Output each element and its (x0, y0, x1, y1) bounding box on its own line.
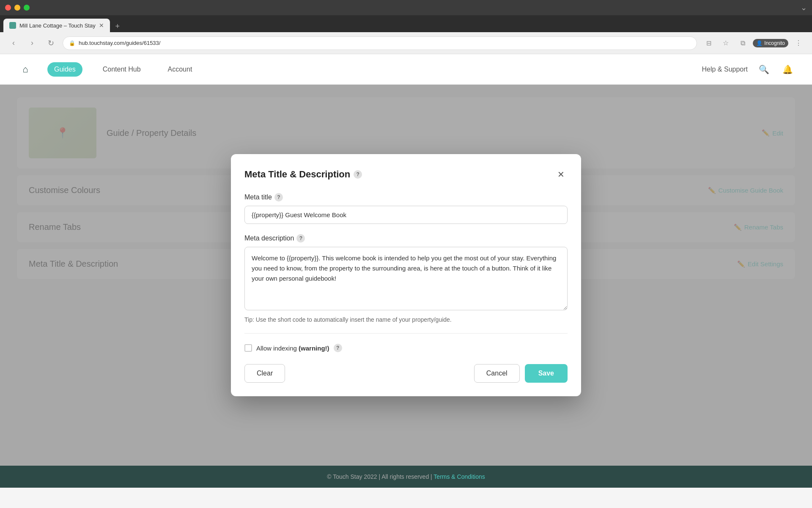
tab-close-icon[interactable]: ✕ (99, 22, 104, 29)
traffic-yellow[interactable] (14, 5, 20, 11)
search-icon[interactable]: 🔍 (756, 62, 771, 77)
allow-indexing-label[interactable]: Allow indexing (warning!) (256, 345, 329, 352)
browser-titlebar: ⌄ (0, 0, 812, 15)
incognito-icon: 👤 (756, 40, 763, 46)
browser-expand-icon[interactable]: ⌄ (801, 3, 807, 12)
back-button[interactable]: ‹ (7, 36, 20, 50)
nav-content-hub[interactable]: Content Hub (96, 62, 148, 77)
modal-footer-right: Cancel Save (474, 364, 568, 383)
forward-button[interactable]: › (25, 36, 39, 50)
cancel-button[interactable]: Cancel (474, 364, 520, 383)
nav-content-hub-label: Content Hub (103, 66, 141, 73)
meta-title-label-text: Meta title (244, 193, 272, 201)
allow-indexing-label-text: Allow indexing (256, 345, 297, 352)
extension-icon[interactable]: ⧉ (736, 36, 749, 50)
modal-title-help-icon[interactable]: ? (354, 170, 362, 179)
meta-description-textarea[interactable]: Welcome to {{property}}. This welcome bo… (244, 247, 568, 310)
home-icon[interactable]: ⌂ (17, 61, 34, 78)
allow-indexing-help-icon[interactable]: ? (334, 344, 342, 352)
lock-icon: 🔒 (69, 40, 75, 46)
bell-icon[interactable]: 🔔 (780, 62, 795, 77)
meta-description-field-group: Meta description ? Welcome to {{property… (244, 234, 568, 323)
tab-bar: Mill Lane Cottage – Touch Stay ✕ + (0, 15, 812, 32)
meta-title-modal: Meta Title & Description ? ✕ Meta title … (231, 154, 581, 396)
footer-copyright: © Touch Stay 2022 | All rights reserved … (327, 473, 432, 480)
modal-footer: Clear Cancel Save (244, 364, 568, 383)
meta-title-field-group: Meta title ? (244, 193, 568, 224)
site-footer: © Touch Stay 2022 | All rights reserved … (0, 466, 812, 488)
incognito-badge[interactable]: 👤 Incognito (753, 39, 788, 47)
meta-title-help-icon[interactable]: ? (274, 193, 283, 202)
address-bar: ‹ › ↻ 🔒 hub.touchstay.com/guides/61533/ … (0, 32, 812, 54)
browser-actions: ⊟ ☆ ⧉ 👤 Incognito ⋮ (702, 36, 805, 50)
nav-guides-label: Guides (54, 66, 76, 73)
nav-account[interactable]: Account (161, 62, 199, 77)
modal-divider (244, 333, 568, 334)
meta-description-help-icon[interactable]: ? (296, 234, 305, 243)
tip-text: Tip: Use the short code to automatically… (244, 316, 568, 323)
traffic-green[interactable] (24, 5, 30, 11)
bookmark-star-icon[interactable]: ☆ (719, 36, 732, 50)
browser-tab-active[interactable]: Mill Lane Cottage – Touch Stay ✕ (3, 19, 110, 32)
reload-button[interactable]: ↻ (44, 36, 58, 50)
modal-title: Meta Title & Description ? (244, 169, 362, 180)
cast-icon[interactable]: ⊟ (702, 36, 716, 50)
incognito-label: Incognito (764, 40, 785, 46)
tab-title: Mill Lane Cottage – Touch Stay (19, 22, 96, 29)
nav-guides[interactable]: Guides (47, 62, 82, 77)
url-bar[interactable]: 🔒 hub.touchstay.com/guides/61533/ (63, 36, 697, 50)
modal-title-text: Meta Title & Description (244, 169, 350, 180)
header-right: Help & Support 🔍 🔔 (702, 62, 795, 77)
app-header: ⌂ Guides Content Hub Account Help & Supp… (0, 54, 812, 85)
nav-account-label: Account (168, 66, 192, 73)
modal-close-button[interactable]: ✕ (554, 168, 568, 181)
clear-button[interactable]: Clear (244, 364, 285, 383)
save-button[interactable]: Save (525, 364, 568, 383)
meta-title-label: Meta title ? (244, 193, 568, 202)
tab-favicon (9, 22, 16, 29)
traffic-red[interactable] (5, 5, 11, 11)
modal-overlay: Meta Title & Description ? ✕ Meta title … (0, 85, 812, 466)
allow-indexing-checkbox[interactable] (244, 344, 252, 352)
modal-header: Meta Title & Description ? ✕ (244, 168, 568, 181)
allow-indexing-warning-text: (warning!) (299, 345, 329, 352)
meta-title-input[interactable] (244, 206, 568, 224)
meta-description-label: Meta description ? (244, 234, 568, 243)
new-tab-button[interactable]: + (112, 20, 123, 32)
url-text: hub.touchstay.com/guides/61533/ (79, 40, 160, 46)
terms-conditions-link[interactable]: Terms & Conditions (433, 473, 485, 480)
help-support-link[interactable]: Help & Support (702, 66, 748, 73)
page-background: 📍 Guide / Property Details ✏️ Edit Custo… (0, 85, 812, 466)
menu-icon[interactable]: ⋮ (792, 36, 805, 50)
meta-description-label-text: Meta description (244, 235, 294, 242)
allow-indexing-row: Allow indexing (warning!) ? (244, 344, 568, 352)
